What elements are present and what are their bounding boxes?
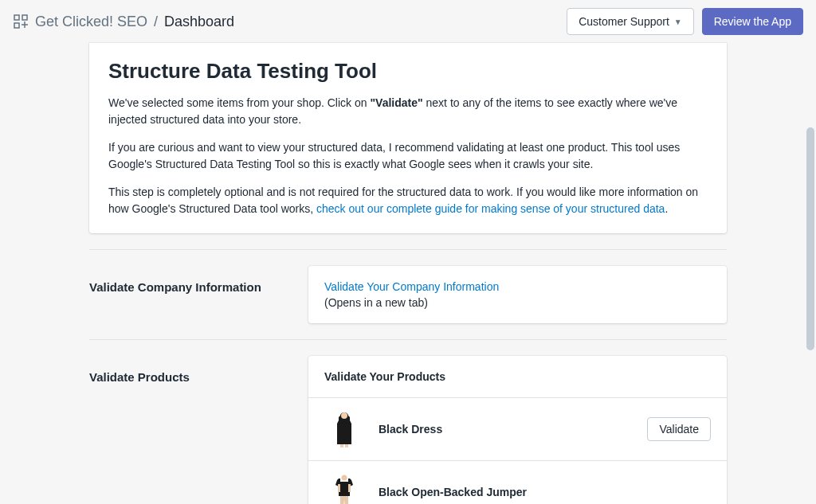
scrollbar-track[interactable]	[805, 0, 816, 504]
svg-rect-8	[345, 444, 348, 447]
guide-link[interactable]: check out our complete guide for making …	[316, 202, 665, 215]
product-name: Black Open-Backed Jumper	[379, 486, 711, 498]
intro-paragraph-1: We've selected some items from your shop…	[108, 95, 708, 128]
main-container: Structure Data Testing Tool We've select…	[89, 43, 727, 504]
products-card-heading: Validate Your Products	[308, 356, 727, 397]
company-card: Validate Your Company Information (Opens…	[308, 266, 727, 323]
breadcrumb-current: Dashboard	[164, 14, 234, 30]
breadcrumb-app-name[interactable]: Get Clicked! SEO	[35, 14, 147, 30]
breadcrumb-separator: /	[154, 14, 158, 30]
product-image	[324, 409, 364, 449]
products-section-heading: Validate Products	[89, 356, 308, 384]
validate-company-link[interactable]: Validate Your Company Information	[324, 280, 711, 293]
top-actions: Customer Support ▼ Review the App	[567, 8, 803, 35]
svg-rect-11	[338, 484, 340, 492]
intro-p1-before: We've selected some items from your shop…	[108, 96, 370, 109]
company-link-hint: (Opens in a new tab)	[324, 296, 711, 309]
breadcrumb: Get Clicked! SEO / Dashboard	[13, 14, 234, 30]
intro-p1-bold: "Validate"	[370, 96, 422, 109]
svg-rect-2	[14, 23, 19, 28]
svg-rect-1	[22, 15, 27, 20]
scrollbar-thumb[interactable]	[806, 127, 814, 350]
svg-rect-12	[348, 484, 351, 492]
products-section-row: Validate Products Validate Your Products	[89, 356, 727, 504]
customer-support-button[interactable]: Customer Support ▼	[567, 8, 694, 35]
section-divider	[89, 249, 727, 250]
page-title: Structure Data Testing Tool	[108, 59, 708, 84]
company-section-heading: Validate Company Information	[89, 266, 308, 294]
review-app-button[interactable]: Review the App	[702, 8, 803, 35]
customer-support-label: Customer Support	[579, 15, 669, 28]
product-row: Black Open-Backed Jumper	[308, 460, 727, 504]
top-bar: Get Clicked! SEO / Dashboard Customer Su…	[0, 0, 816, 43]
apps-grid-icon	[13, 14, 29, 29]
product-image	[324, 472, 364, 504]
svg-point-6	[341, 412, 347, 419]
product-name: Black Dress	[379, 423, 633, 436]
intro-p3-after: .	[665, 202, 668, 215]
company-section-row: Validate Company Information Validate Yo…	[89, 266, 727, 323]
svg-rect-0	[14, 15, 19, 20]
intro-paragraph-3: This step is completely optional and is …	[108, 184, 708, 217]
intro-paragraph-2: If you are curious and want to view your…	[108, 139, 708, 173]
svg-point-10	[342, 475, 347, 481]
validate-product-button[interactable]: Validate	[647, 417, 711, 441]
intro-card: Structure Data Testing Tool We've select…	[89, 43, 727, 233]
svg-rect-7	[340, 444, 343, 447]
product-row: Black Dress Validate	[308, 397, 727, 460]
products-card: Validate Your Products Black Dress Valid…	[308, 356, 727, 504]
chevron-down-icon: ▼	[674, 18, 682, 26]
section-divider	[89, 339, 727, 340]
